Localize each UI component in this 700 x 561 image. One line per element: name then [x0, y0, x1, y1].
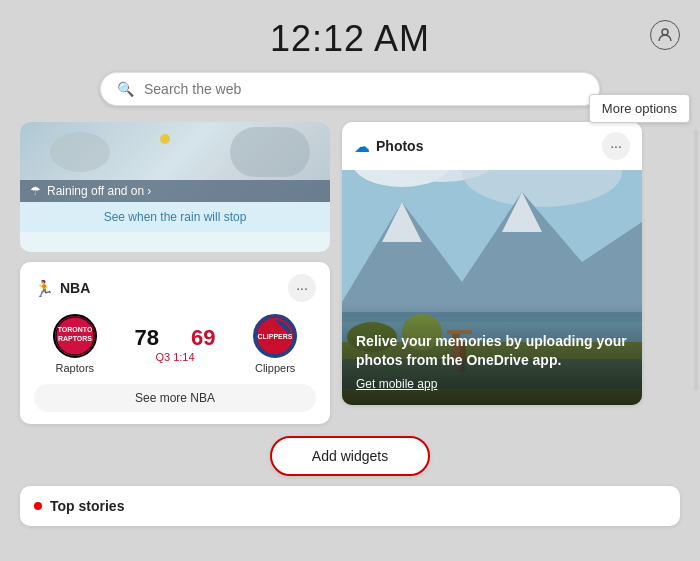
nba-icon: 🏃	[34, 279, 54, 298]
search-bar[interactable]: 🔍	[100, 72, 600, 106]
scores: 78 69	[135, 325, 216, 351]
get-app-link[interactable]: Get mobile app	[356, 377, 628, 391]
score-team2: 69	[191, 325, 215, 351]
more-options-button[interactable]: More options	[589, 94, 690, 123]
photos-header: ☁ Photos ···	[342, 122, 642, 170]
right-column: ☁ Photos ···	[342, 122, 642, 424]
rain-text: Raining off and on	[47, 184, 144, 198]
photos-cta: Relive your memories by uploading your p…	[356, 332, 628, 371]
svg-text:CLIPPERS: CLIPPERS	[258, 333, 293, 340]
weather-location-dot	[160, 134, 170, 144]
time-display: 12:12 AM	[270, 18, 430, 60]
add-widgets-area: Add widgets	[20, 436, 680, 476]
weather-widget[interactable]: ☂ Raining off and on › See when the rain…	[20, 122, 330, 252]
user-icon[interactable]	[650, 20, 680, 50]
red-dot-icon	[34, 502, 42, 510]
team-raptors: TORONTO RAPTORS Raptors	[53, 314, 97, 374]
scrollbar[interactable]	[694, 130, 698, 391]
arrow-icon: ›	[147, 184, 151, 198]
game-status: Q3 1:14	[155, 351, 194, 363]
umbrella-icon: ☂	[30, 184, 41, 198]
top-stories-title: Top stories	[50, 498, 124, 514]
nba-more-button[interactable]: ···	[288, 274, 316, 302]
search-icon: 🔍	[117, 81, 134, 97]
svg-text:TORONTO: TORONTO	[57, 326, 92, 333]
weather-map: ☂ Raining off and on ›	[20, 122, 330, 202]
photos-widget: ☁ Photos ···	[342, 122, 642, 405]
raptors-name: Raptors	[56, 362, 95, 374]
widgets-area: ☂ Raining off and on › See when the rain…	[0, 122, 700, 424]
search-input[interactable]	[144, 81, 583, 97]
weather-subtitle[interactable]: See when the rain will stop	[20, 202, 330, 232]
clippers-name: Clippers	[255, 362, 295, 374]
svg-text:RAPTORS: RAPTORS	[58, 335, 92, 342]
svg-point-0	[662, 29, 668, 35]
add-widgets-button[interactable]: Add widgets	[270, 436, 430, 476]
photos-title-row: ☁ Photos	[354, 137, 423, 156]
left-column: ☂ Raining off and on › See when the rain…	[20, 122, 330, 424]
game-score: TORONTO RAPTORS Raptors 78 69 Q3 1:14	[34, 314, 316, 374]
nba-title-row: 🏃 NBA	[34, 279, 90, 298]
photos-more-button[interactable]: ···	[602, 132, 630, 160]
score-team1: 78	[135, 325, 159, 351]
see-more-nba-button[interactable]: See more NBA	[34, 384, 316, 412]
top-stories-widget: Top stories	[20, 486, 680, 526]
photos-overlay: Relive your memories by uploading your p…	[342, 302, 642, 405]
nba-widget: 🏃 NBA ··· TORONTO RAPTORS Raptors	[20, 262, 330, 424]
cloud-icon: ☁	[354, 137, 370, 156]
team-clippers: CLIPPERS Clippers	[253, 314, 297, 374]
score-area: 78 69 Q3 1:14	[135, 325, 216, 363]
raptors-logo: TORONTO RAPTORS	[53, 314, 97, 358]
weather-rain-bar: ☂ Raining off and on ›	[20, 180, 330, 202]
nba-widget-header: 🏃 NBA ···	[34, 274, 316, 302]
photos-title: Photos	[376, 138, 423, 154]
nba-title: NBA	[60, 280, 90, 296]
clippers-logo: CLIPPERS	[253, 314, 297, 358]
